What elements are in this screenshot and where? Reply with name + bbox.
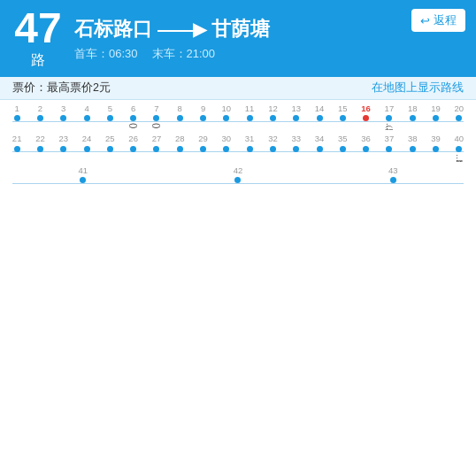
stop-dot (107, 146, 113, 152)
stop-item[interactable]: 25金关钢材市场 (98, 134, 121, 162)
stop-number: 31 (245, 134, 255, 144)
stop-item[interactable]: 10碧水云天 (215, 104, 238, 130)
route-arrow: ——▶ (157, 19, 206, 40)
stop-dot (293, 115, 299, 121)
return-button[interactable]: ↩ 返程 (411, 9, 465, 32)
stop-item[interactable]: 36花果园 (354, 134, 377, 162)
stop-item[interactable]: 8黎阳家业中心 (168, 104, 191, 130)
stop-number: 36 (361, 134, 371, 144)
stop-number: 12 (268, 104, 278, 114)
stop-dot (433, 115, 439, 121)
stop-name: 八匹马(北) (151, 123, 161, 128)
stop-item[interactable]: 21柏杨林 (5, 134, 28, 162)
stop-number: 22 (35, 134, 45, 144)
stop-dot (130, 115, 136, 121)
route-number: 47 (14, 7, 61, 50)
stop-number: 30 (222, 134, 232, 144)
stop-number: 41 (78, 165, 88, 176)
stop-item[interactable]: 3石标路 (52, 104, 75, 130)
stop-item[interactable]: 38湘雅堤 (401, 134, 424, 162)
stop-number: 39 (431, 134, 441, 144)
stop-dot (386, 115, 392, 121)
map-link[interactable]: 在地图上显示路线 (372, 80, 464, 96)
stop-item[interactable]: 22野鸭中学 (28, 134, 51, 162)
stop-item[interactable]: 24轮胎厂 (75, 134, 98, 162)
stop-item[interactable]: 17金阳南路（...） (378, 104, 401, 130)
sub-header: 票价：最高票价2元 在地图上显示路线 (0, 77, 476, 100)
stop-dot (14, 115, 20, 121)
stop-item[interactable]: 42通银配件城 (160, 165, 315, 185)
stop-item[interactable]: 26天然居花园 (121, 134, 144, 162)
stop-item[interactable]: 32三桥 (261, 134, 284, 162)
route-to: 甘荫塘 (211, 16, 270, 42)
stop-number: 7 (154, 104, 158, 114)
stop-item[interactable]: 14石林路口 (308, 104, 331, 130)
stop-dot (80, 177, 86, 183)
stop-item[interactable]: 18西南五金市场 (401, 104, 424, 130)
stop-number: 3 (61, 104, 65, 114)
stop-number: 2 (38, 104, 42, 114)
stop-number: 18 (408, 104, 418, 114)
stop-dot (270, 115, 276, 121)
stop-number: 10 (222, 104, 232, 114)
stop-dot (247, 115, 253, 121)
stop-number: 21 (12, 134, 22, 144)
route-lu: 路 (31, 51, 45, 70)
stops-grid: 1石标路口2金华园3石标路4西南美食广场5市行政中心6绿色未来(北)7八匹马(北… (0, 100, 476, 192)
stop-item[interactable]: 29车管所 (191, 134, 214, 162)
stop-item[interactable]: 37花果村 (378, 134, 401, 162)
stop-number: 9 (201, 104, 205, 114)
stop-dot (223, 146, 229, 152)
stop-dot (363, 146, 369, 152)
stop-number: 8 (178, 104, 182, 114)
stop-item[interactable]: 12碧阳二幼 (261, 104, 284, 130)
stop-item[interactable]: 31三桥 (238, 134, 261, 162)
stop-item[interactable]: 16龙泉街口 (354, 104, 377, 130)
stop-number: 15 (338, 104, 348, 114)
stop-item[interactable]: 7八匹马(北) (145, 104, 168, 130)
stop-item[interactable]: 1石标路口 (5, 104, 28, 130)
stop-item[interactable]: 5市行政中心 (98, 104, 121, 130)
stop-dot (177, 146, 183, 152)
stop-number: 43 (388, 165, 398, 176)
stop-dot (234, 177, 241, 183)
stop-item[interactable]: 11碧海商业广场 (238, 104, 261, 130)
stop-name: 绿色未来(北) (128, 123, 138, 128)
stop-dot (433, 146, 439, 152)
stop-item[interactable]: 20贵阳首大 (448, 104, 471, 130)
stop-dot (84, 115, 90, 121)
stop-number: 16 (361, 104, 371, 114)
stop-dot (177, 115, 183, 121)
stop-item[interactable]: 27金关别院 (145, 134, 168, 162)
stop-item[interactable]: 15金阳医院 (331, 104, 354, 130)
stop-item[interactable]: 43甘荫塘 (316, 165, 471, 185)
stop-dot (293, 146, 299, 152)
stop-item[interactable]: 34头桥 (308, 134, 331, 162)
stop-item[interactable]: 35浣沙桥 (331, 134, 354, 162)
route-title: 石标路口 ——▶ 甘荫塘 (74, 16, 465, 42)
stop-item[interactable]: 9新瑞商业中心 (191, 104, 214, 130)
stop-number: 6 (131, 104, 135, 114)
stop-dot (317, 115, 323, 121)
stop-item[interactable]: 39新发装饰市场 (424, 134, 447, 162)
stop-number: 42 (234, 165, 243, 176)
stop-item[interactable]: 19野鸭塘首 (424, 104, 447, 130)
stop-item[interactable]: 13兴云路 (285, 104, 308, 130)
stop-item[interactable]: 2金华园 (28, 104, 51, 130)
stop-item[interactable]: 40机动车交易… (448, 134, 471, 162)
stop-number: 23 (58, 134, 68, 144)
stop-item[interactable]: 33转塘 (285, 134, 308, 162)
stop-item[interactable]: 23金钟桥 (52, 134, 75, 162)
stop-number: 28 (175, 134, 185, 144)
stop-dot (363, 115, 369, 121)
stop-item[interactable]: 4西南美食广场 (75, 104, 98, 130)
stop-number: 5 (108, 104, 112, 114)
stop-item[interactable]: 6绿色未来(北) (121, 104, 144, 130)
stop-item[interactable]: 41电建 (5, 165, 160, 185)
route-number-box: 47 路 (11, 7, 65, 70)
route-meta: 首车：06:30 末车：21:00 (74, 46, 465, 62)
first-bus: 首车：06:30 (74, 46, 138, 62)
stop-item[interactable]: 28省管所 (168, 134, 191, 162)
stop-item[interactable]: 30三桥北路口 (215, 134, 238, 162)
stop-number: 37 (385, 134, 395, 144)
